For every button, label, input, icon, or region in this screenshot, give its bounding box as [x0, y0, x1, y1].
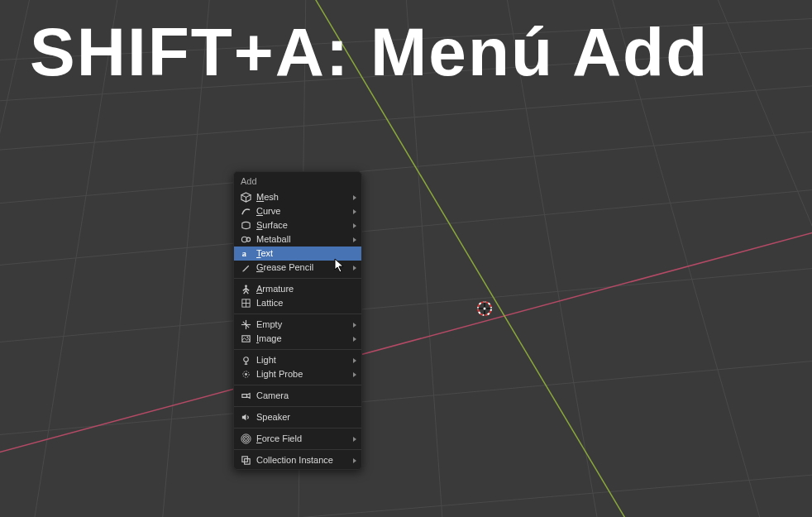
menu-item-metaball[interactable]: Metaball	[234, 232, 361, 247]
menu-item-label: Surface	[256, 218, 350, 232]
menu-item-label: Light	[256, 353, 350, 367]
menu-separator	[234, 406, 361, 407]
menu-item-label: Mesh	[256, 190, 350, 204]
tutorial-title-overlay: SHIFT+A: Menú Add	[30, 13, 709, 91]
svg-line-31	[246, 290, 248, 294]
menu-item-label: Armature	[256, 282, 356, 296]
svg-point-46	[242, 436, 248, 442]
svg-point-39	[246, 337, 248, 338]
gpencil-icon	[240, 262, 251, 274]
chevron-right-icon	[353, 372, 356, 377]
chevron-right-icon	[353, 437, 356, 442]
chevron-right-icon	[353, 237, 356, 242]
menu-item-camera[interactable]: Camera	[234, 389, 361, 403]
menu-item-label: Collection Instance	[256, 453, 350, 467]
menu-item-label: Empty	[256, 318, 350, 332]
svg-line-5	[0, 265, 812, 346]
menu-item-label: Speaker	[256, 410, 356, 424]
svg-line-7	[0, 472, 812, 517]
menu-item-label: Camera	[256, 389, 356, 403]
viewport-3d[interactable]: SHIFT+A: Menú Add Add MeshCurveSurfaceMe…	[0, 0, 812, 517]
chevron-right-icon	[353, 458, 356, 463]
svg-line-4	[0, 186, 812, 269]
menu-separator	[234, 349, 361, 350]
surface-icon	[240, 220, 251, 232]
menu-separator	[234, 278, 361, 279]
menu-item-curve[interactable]: Curve	[234, 204, 361, 218]
light-icon	[240, 355, 251, 366]
menu-item-force-field[interactable]: Force Field	[234, 432, 361, 446]
svg-point-45	[244, 438, 247, 441]
menu-item-label: Grease Pencil	[256, 261, 350, 275]
text-icon: a	[240, 248, 251, 260]
menu-item-grease-pencil[interactable]: Grease Pencil	[234, 261, 361, 275]
menu-item-collection-instance[interactable]: Collection Instance	[234, 453, 361, 467]
menu-item-label: Curve	[256, 204, 350, 218]
menu-item-label: Light Probe	[256, 367, 350, 381]
menu-item-mesh[interactable]: Mesh	[234, 190, 361, 204]
collection-icon	[240, 455, 251, 467]
menu-item-label: Metaball	[256, 232, 350, 247]
menu-item-light-probe[interactable]: Light Probe	[234, 367, 361, 381]
menu-item-empty[interactable]: Empty	[234, 318, 361, 332]
menu-item-label: Force Field	[256, 432, 350, 446]
svg-point-44	[245, 373, 247, 376]
menu-item-label: Text	[256, 247, 356, 261]
add-menu-header: Add	[234, 172, 361, 190]
force-icon	[240, 433, 251, 445]
mesh-icon	[240, 192, 251, 203]
metaball-icon	[240, 234, 251, 246]
axis-x	[0, 222, 812, 463]
menu-item-label: Lattice	[256, 296, 356, 310]
svg-line-15	[711, 0, 812, 517]
svg-point-40	[243, 357, 248, 362]
menu-item-surface[interactable]: Surface	[234, 218, 361, 232]
menu-item-label: Image	[256, 332, 350, 346]
chevron-right-icon	[353, 195, 356, 200]
chevron-right-icon	[353, 266, 356, 270]
menu-item-armature[interactable]: Armature	[234, 282, 361, 296]
chevron-right-icon	[353, 323, 356, 328]
image-icon	[240, 333, 251, 345]
menu-item-speaker[interactable]: Speaker	[234, 410, 361, 424]
menu-item-light[interactable]: Light	[234, 353, 361, 367]
svg-line-6	[0, 357, 812, 438]
svg-line-8	[0, 0, 33, 517]
curve-icon	[240, 206, 251, 218]
menu-separator	[234, 385, 361, 385]
menu-item-image[interactable]: Image	[234, 332, 361, 346]
add-menu[interactable]: Add MeshCurveSurfaceMetaballaTextGrease …	[233, 171, 362, 470]
menu-separator	[234, 428, 361, 428]
chevron-right-icon	[353, 337, 356, 342]
armature-icon	[240, 284, 251, 295]
menu-item-lattice[interactable]: Lattice	[234, 296, 361, 310]
lightprobe-icon	[240, 369, 251, 381]
empty-icon	[240, 319, 251, 331]
camera-icon	[240, 390, 251, 402]
lattice-icon	[240, 298, 251, 309]
menu-item-text[interactable]: aText	[234, 247, 361, 261]
chevron-right-icon	[353, 209, 356, 214]
speaker-icon	[240, 412, 251, 424]
menu-separator	[234, 449, 361, 450]
chevron-right-icon	[353, 223, 356, 228]
chevron-right-icon	[353, 358, 356, 363]
svg-text:a: a	[241, 249, 246, 258]
menu-separator	[234, 314, 361, 314]
